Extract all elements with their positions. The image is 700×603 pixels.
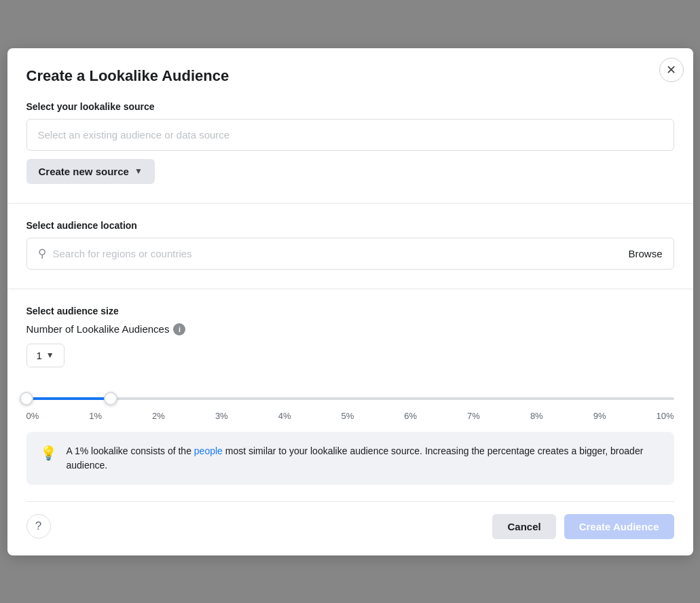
slider-labels: 0% 1% 2% 3% 4% 5% 6% 7% 8% 9% 10% bbox=[26, 411, 674, 421]
count-select[interactable]: 1 ▼ bbox=[26, 344, 65, 367]
slider-label-0: 0% bbox=[26, 411, 39, 421]
cancel-button[interactable]: Cancel bbox=[492, 514, 555, 539]
slider-label-6: 6% bbox=[404, 411, 417, 421]
modal-overlay: ✕ Create a Lookalike Audience Select you… bbox=[0, 0, 700, 603]
source-section-label: Select your lookalike source bbox=[26, 101, 674, 112]
search-icon: ⚲ bbox=[38, 246, 46, 261]
help-icon: ? bbox=[35, 519, 41, 533]
location-search-wrapper: ⚲ Browse bbox=[26, 238, 674, 270]
slider-label-4: 4% bbox=[278, 411, 291, 421]
create-source-button[interactable]: Create new source ▼ bbox=[26, 159, 155, 184]
source-input[interactable] bbox=[26, 119, 674, 151]
slider-label-5: 5% bbox=[341, 411, 354, 421]
info-box: 💡 A 1% lookalike consists of the people … bbox=[26, 432, 674, 485]
slider-label-8: 8% bbox=[530, 411, 543, 421]
modal-title: Create a Lookalike Audience bbox=[26, 67, 674, 85]
slider-label-1: 1% bbox=[89, 411, 102, 421]
create-source-dropdown-arrow: ▼ bbox=[134, 166, 143, 176]
slider-fill bbox=[26, 397, 111, 400]
count-dropdown-arrow: ▼ bbox=[46, 350, 54, 360]
location-search-input[interactable] bbox=[53, 238, 629, 269]
info-icon[interactable]: i bbox=[173, 323, 185, 335]
slider-label-9: 9% bbox=[593, 411, 606, 421]
slider-label-2: 2% bbox=[152, 411, 165, 421]
slider-track bbox=[26, 397, 674, 400]
slider-section: 0% 1% 2% 3% 4% 5% 6% 7% 8% 9% 10% bbox=[26, 392, 674, 421]
bulb-icon: 💡 bbox=[40, 445, 57, 461]
slider-thumb-right[interactable] bbox=[104, 392, 117, 405]
size-section: Select audience size Number of Lookalike… bbox=[26, 306, 674, 386]
info-link[interactable]: people bbox=[194, 445, 223, 456]
location-section-label: Select audience location bbox=[26, 220, 674, 231]
divider-1 bbox=[7, 203, 693, 204]
create-audience-button[interactable]: Create Audience bbox=[564, 514, 674, 539]
slider-label-3: 3% bbox=[215, 411, 228, 421]
divider-2 bbox=[7, 289, 693, 289]
close-button[interactable]: ✕ bbox=[659, 58, 684, 82]
info-text: A 1% lookalike consists of the people mo… bbox=[67, 444, 661, 473]
slider-thumb-left[interactable] bbox=[20, 392, 33, 405]
footer-actions: Cancel Create Audience bbox=[492, 514, 674, 539]
count-value: 1 bbox=[37, 350, 42, 361]
number-of-audiences-label: Number of Lookalike Audiences i bbox=[26, 323, 674, 335]
browse-button[interactable]: Browse bbox=[628, 248, 662, 259]
slider-label-7: 7% bbox=[467, 411, 480, 421]
slider-label-10: 10% bbox=[656, 411, 674, 421]
modal-footer: ? Cancel Create Audience bbox=[26, 501, 674, 539]
slider-track-container bbox=[26, 392, 674, 405]
info-text-before: A 1% lookalike consists of the bbox=[67, 445, 194, 456]
modal-container: ✕ Create a Lookalike Audience Select you… bbox=[7, 48, 693, 555]
close-icon: ✕ bbox=[666, 62, 676, 77]
size-section-label: Select audience size bbox=[26, 306, 674, 316]
create-source-label: Create new source bbox=[39, 166, 129, 177]
help-button[interactable]: ? bbox=[26, 514, 51, 538]
